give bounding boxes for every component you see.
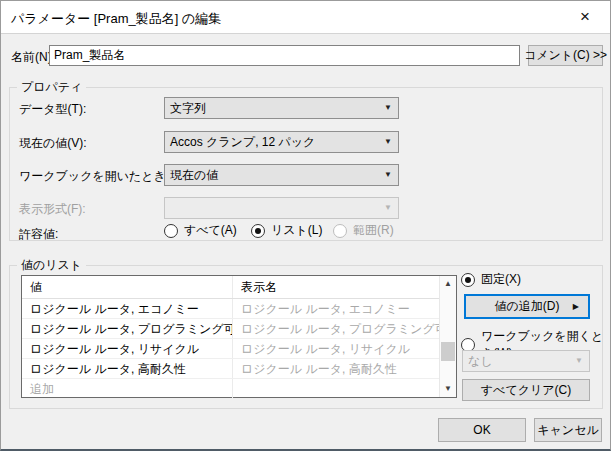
cell-display-name[interactable]: ロジクール ルータ, エコノミー [233,299,439,318]
radio-range: 範囲(R) [333,222,394,239]
radio-circle-icon [251,224,265,238]
cell-display-name[interactable]: ロジクール ルータ, 高耐久性 [233,359,439,378]
add-row-empty-cell [233,379,439,398]
current-value-value: Accos クランプ, 12 パック [170,135,315,149]
title-bar: パラメーター [Pram_製品名] の編集 × [1,1,610,34]
display-format-label: 表示形式(F): [19,201,86,218]
display-format-dropdown: ▼ [164,197,399,219]
scrollbar-thumb[interactable] [441,342,455,361]
source-dropdown-value: なし [468,354,493,368]
column-header-value[interactable]: 値 [22,276,233,298]
radio-fixed-label: 固定(X) [481,271,521,288]
cancel-button-label: キャンセル [537,422,598,439]
chevron-down-icon: ▼ [384,132,392,152]
radio-circle-icon [461,273,475,287]
cell-display-name[interactable]: ロジクール ルータ, プログラミング可能 [233,319,439,338]
data-type-value: 文字列 [170,101,206,115]
current-value-dropdown[interactable]: Accos クランプ, 12 パック ▼ [164,131,399,153]
properties-group-label: プロパティ [17,80,86,94]
chevron-down-icon: ▼ [384,98,392,118]
add-values-button[interactable]: 値の追加(D) ▶ [464,294,590,319]
data-type-label: データ型(T): [19,101,86,118]
table-header-row: 値 表示名 [22,276,439,299]
cell-display-name[interactable]: ロジクール ルータ, リサイクル [233,339,439,358]
radio-fixed[interactable]: 固定(X) [461,271,521,288]
current-value-label: 現在の値(V): [19,135,87,152]
chevron-down-icon: ▼ [384,165,392,185]
chevron-down-icon: ▼ [384,198,392,218]
radio-all-label: すべて(A) [184,222,237,239]
radio-circle-icon [164,224,178,238]
column-header-display-name[interactable]: 表示名 [233,276,439,298]
chevron-down-icon: ▼ [575,351,583,371]
dialog-title: パラメーター [Pram_製品名] の編集 [11,10,221,28]
ok-button[interactable]: OK [438,418,526,442]
vertical-scrollbar[interactable]: ▲ ▼ [439,276,456,397]
table-row[interactable]: ロジクール ルータ, エコノミー ロジクール ルータ, エコノミー [22,299,439,319]
radio-list-label: リスト(L) [271,222,323,239]
value-when-opened-value: 現在の値 [170,168,218,182]
radio-all[interactable]: すべて(A) [164,222,237,239]
comment-button[interactable]: コメント(C) >> [528,45,603,66]
name-input[interactable]: Pram_製品名 [49,45,520,66]
radio-circle-icon [333,224,347,238]
clear-all-button[interactable]: すべてクリア(C) [462,379,590,401]
table-add-row[interactable]: 追加 [22,379,439,399]
allowable-values-label: 許容値: [19,226,58,243]
add-values-button-label: 値の追加(D) [495,298,560,315]
cell-value[interactable]: ロジクール ルータ, エコノミー [22,299,233,318]
source-dropdown: なし ▼ [462,350,590,372]
ok-button-label: OK [473,423,490,437]
clear-all-button-label: すべてクリア(C) [481,382,571,399]
cancel-button[interactable]: キャンセル [534,418,602,442]
scroll-down-icon[interactable]: ▼ [440,381,456,397]
add-row-label[interactable]: 追加 [22,379,233,398]
menu-arrow-icon: ▶ [573,302,579,311]
cell-value[interactable]: ロジクール ルータ, リサイクル [22,339,233,358]
scroll-up-icon[interactable]: ▲ [440,276,456,292]
table-row[interactable]: ロジクール ルータ, プログラミング可能 ロジクール ルータ, プログラミング可… [22,319,439,339]
value-list-group-label: 値のリスト [17,258,86,272]
value-list-table[interactable]: 値 表示名 ロジクール ルータ, エコノミー ロジクール ルータ, エコノミー … [21,275,457,398]
table-row[interactable]: ロジクール ルータ, 高耐久性 ロジクール ルータ, 高耐久性 [22,359,439,379]
value-when-opened-dropdown[interactable]: 現在の値 ▼ [164,164,399,186]
radio-list[interactable]: リスト(L) [251,222,323,239]
close-icon[interactable]: × [566,3,604,31]
radio-range-label: 範囲(R) [353,222,394,239]
cell-value[interactable]: ロジクール ルータ, 高耐久性 [22,359,233,378]
table-row[interactable]: ロジクール ルータ, リサイクル ロジクール ルータ, リサイクル [22,339,439,359]
data-type-dropdown[interactable]: 文字列 ▼ [164,97,399,119]
cell-value[interactable]: ロジクール ルータ, プログラミング可能 [22,319,233,338]
edit-parameter-dialog: パラメーター [Pram_製品名] の編集 × 名前(N): Pram_製品名 … [0,0,611,451]
